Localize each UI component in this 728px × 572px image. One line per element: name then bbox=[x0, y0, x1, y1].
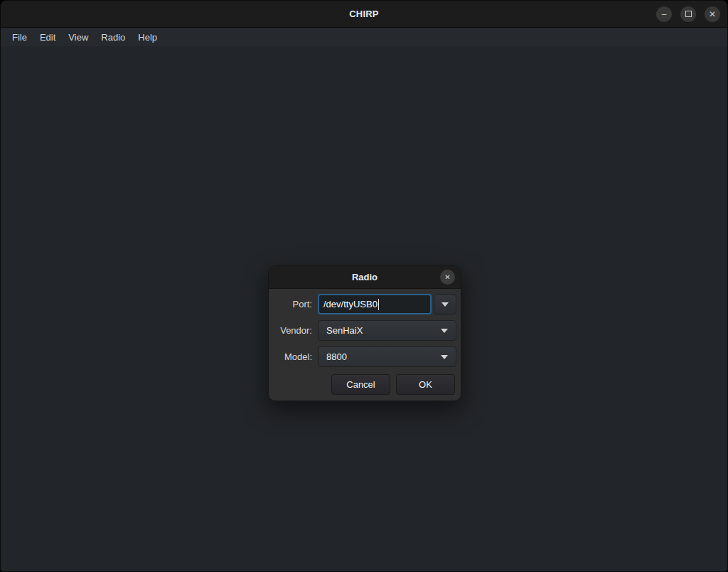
radio-dialog-title: Radio bbox=[352, 272, 378, 282]
main-content-area: Radio ✕ Port: /dev/ttyUSB0 bbox=[1, 46, 727, 571]
close-button[interactable]: ✕ bbox=[705, 6, 720, 22]
vendor-dropdown-value: SenHaiX bbox=[326, 325, 363, 336]
menu-edit[interactable]: Edit bbox=[33, 30, 62, 45]
port-combobox: /dev/ttyUSB0 bbox=[318, 294, 456, 314]
menu-view[interactable]: View bbox=[62, 30, 95, 45]
minimize-button[interactable]: – bbox=[656, 6, 672, 22]
port-input[interactable]: /dev/ttyUSB0 bbox=[318, 294, 432, 314]
text-caret bbox=[378, 299, 379, 310]
model-dropdown-value: 8800 bbox=[326, 351, 347, 362]
dialog-close-button[interactable]: ✕ bbox=[440, 270, 455, 285]
port-row: Port: /dev/ttyUSB0 bbox=[273, 294, 456, 314]
ok-button[interactable]: OK bbox=[396, 374, 455, 395]
minimize-icon: – bbox=[662, 10, 667, 18]
model-dropdown[interactable]: 8800 bbox=[318, 346, 456, 367]
dialog-action-row: Cancel OK bbox=[273, 374, 456, 395]
window-titlebar: CHIRP – ✕ bbox=[1, 1, 727, 28]
port-label: Port: bbox=[273, 299, 312, 309]
maximize-button[interactable] bbox=[680, 6, 696, 22]
close-icon: ✕ bbox=[709, 10, 716, 18]
window-controls: – ✕ bbox=[656, 1, 720, 27]
chirp-main-window: CHIRP – ✕ File Edit View Radio Help Radi… bbox=[0, 0, 728, 572]
dialog-close-icon: ✕ bbox=[444, 274, 450, 281]
maximize-icon bbox=[685, 11, 692, 17]
window-title: CHIRP bbox=[349, 9, 378, 19]
vendor-dropdown[interactable]: SenHaiX bbox=[318, 320, 456, 341]
vendor-row: Vendor: SenHaiX bbox=[273, 320, 456, 341]
cancel-button[interactable]: Cancel bbox=[331, 374, 390, 395]
menu-help[interactable]: Help bbox=[132, 30, 164, 45]
menu-radio[interactable]: Radio bbox=[95, 30, 132, 45]
menubar: File Edit View Radio Help bbox=[1, 28, 727, 46]
chevron-down-icon bbox=[441, 355, 448, 359]
model-label: Model: bbox=[273, 351, 312, 362]
port-input-value: /dev/ttyUSB0 bbox=[323, 299, 378, 309]
menu-file[interactable]: File bbox=[6, 30, 33, 45]
chevron-down-icon bbox=[441, 302, 449, 307]
vendor-label: Vendor: bbox=[273, 325, 312, 336]
model-row: Model: 8800 bbox=[273, 346, 456, 367]
port-dropdown-button[interactable] bbox=[434, 294, 456, 314]
radio-dialog-body: Port: /dev/ttyUSB0 Vendor: bbox=[269, 289, 461, 401]
chevron-down-icon bbox=[441, 329, 448, 333]
radio-dialog: Radio ✕ Port: /dev/ttyUSB0 bbox=[268, 265, 461, 401]
radio-dialog-titlebar: Radio ✕ bbox=[269, 266, 461, 289]
